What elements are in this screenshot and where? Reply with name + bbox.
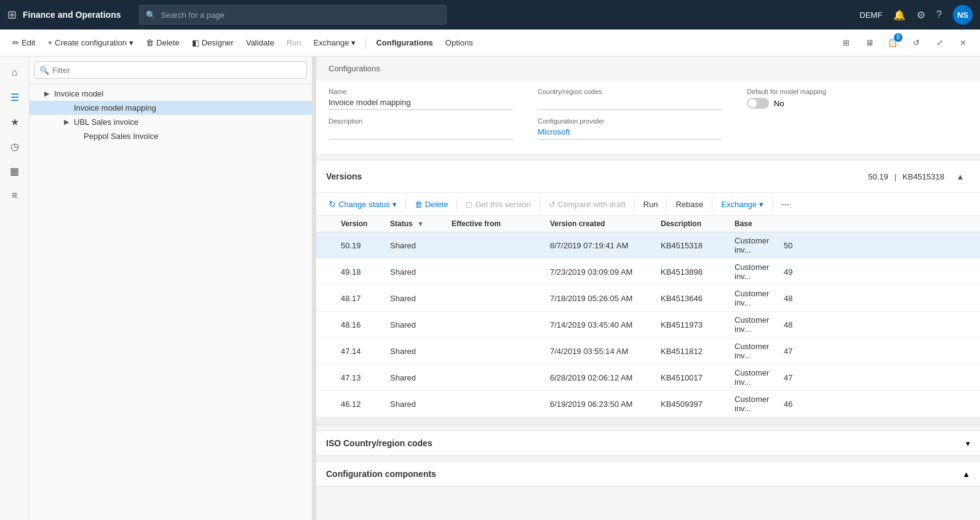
search-icon: 🔍 — [146, 10, 156, 20]
config-header: Configurations — [316, 57, 980, 73]
table-row[interactable]: 48.17 Shared 7/18/2019 05:26:05 AM KB451… — [316, 285, 980, 312]
validate-button[interactable]: Validate — [241, 33, 279, 53]
delete-icon: 🗑 — [146, 38, 154, 47]
tree-filter-input[interactable] — [34, 61, 307, 79]
tree-label-ubl: UBL Sales invoice — [74, 117, 307, 127]
global-search[interactable]: 🔍 Search for a page — [139, 5, 447, 25]
layout-icon[interactable]: ⊞ — [836, 33, 856, 53]
sidebar-list-icon[interactable]: ≡ — [4, 184, 26, 207]
notification-badge-icon[interactable]: 📋 8 — [883, 33, 902, 53]
sidebar-filter-icon[interactable]: ☰ — [4, 86, 26, 108]
vtool-sep6 — [712, 199, 712, 210]
close-button[interactable]: ✕ — [953, 33, 973, 53]
versions-exchange-button[interactable]: Exchange ▾ — [716, 197, 768, 211]
cell-description: KB4509397 — [655, 391, 728, 417]
cell-base[interactable]: Customer inv... — [728, 259, 778, 285]
cell-base[interactable]: Customer inv... — [728, 285, 778, 312]
description-field-group: Description — [329, 117, 513, 140]
tree-item-peppol[interactable]: Peppol Sales Invoice — [30, 129, 312, 143]
refresh-icon[interactable]: ↺ — [906, 33, 926, 53]
help-icon[interactable]: ? — [936, 9, 942, 20]
change-status-button[interactable]: ↻ Change status ▾ — [324, 197, 402, 211]
col-header-base[interactable]: Base — [728, 216, 778, 232]
notification-icon[interactable]: 🔔 — [893, 9, 906, 21]
col-header-created[interactable]: Version created — [544, 216, 655, 232]
cell-status: Shared — [384, 259, 445, 285]
versions-collapse-button[interactable]: ▲ — [950, 167, 970, 186]
table-row[interactable]: 46.12 Shared 6/19/2019 06:23:50 AM KB450… — [316, 391, 980, 417]
filter-search-icon: 🔍 — [39, 66, 49, 75]
cell-base[interactable]: Customer inv... — [728, 232, 778, 259]
sidebar-clock-icon[interactable]: ◷ — [4, 135, 26, 157]
get-version-button[interactable]: ◻ Get this version — [461, 197, 535, 211]
name-value: Invoice model mapping — [329, 98, 513, 110]
monitor-icon[interactable]: 🖥 — [859, 33, 879, 53]
table-row[interactable]: 49.18 Shared 7/23/2019 03:09:09 AM KB451… — [316, 259, 980, 285]
sidebar-star-icon[interactable]: ★ — [4, 111, 26, 133]
expand-icon: ▶ — [44, 90, 54, 98]
description-label: Description — [329, 117, 513, 125]
compare-draft-button[interactable]: ↺ Compare with draft — [544, 197, 631, 211]
provider-label: Configuration provider — [538, 117, 722, 125]
cell-base-num: 49 — [778, 259, 980, 285]
cell-version: 47.13 — [335, 364, 384, 391]
configurations-button[interactable]: Configurations — [371, 33, 437, 53]
cell-base[interactable]: Customer inv... — [728, 338, 778, 364]
table-row[interactable]: 47.14 Shared 7/4/2019 03:55:14 AM KB4511… — [316, 338, 980, 364]
designer-button[interactable]: ◧ Designer — [187, 33, 239, 53]
versions-delete-button[interactable]: 🗑 Delete — [410, 197, 453, 211]
country-label: Country/region codes — [538, 88, 722, 95]
iso-header[interactable]: ISO Country/region codes ▾ — [316, 431, 980, 455]
edit-icon: ✏ — [12, 38, 19, 47]
provider-value[interactable]: Microsoft — [538, 127, 722, 140]
table-row[interactable]: 48.16 Shared 7/14/2019 03:45:40 AM KB451… — [316, 312, 980, 338]
versions-version-badge: 50.19 — [868, 172, 888, 181]
cell-version: 49.18 — [335, 259, 384, 285]
run-button[interactable]: Run — [282, 33, 306, 53]
table-row[interactable]: 47.13 Shared 6/28/2019 02:06:12 AM KB451… — [316, 364, 980, 391]
cell-base[interactable]: Customer inv... — [728, 312, 778, 338]
table-row[interactable]: 50.19 Shared 8/7/2019 07:19:41 AM KB4515… — [316, 232, 980, 259]
delete-button[interactable]: 🗑 Delete — [141, 33, 185, 53]
avatar[interactable]: NS — [953, 5, 973, 25]
expand-icon[interactable]: ⤢ — [930, 33, 949, 53]
tree-item-ubl-sales-invoice[interactable]: ▶ UBL Sales invoice — [30, 115, 312, 129]
tree-item-invoice-model[interactable]: ▶ Invoice model — [30, 87, 312, 101]
versions-table-scroll[interactable]: Version Status ▼ Effective from Version … — [316, 216, 980, 417]
description-value — [329, 127, 513, 140]
vtool-sep5 — [666, 199, 667, 210]
cell-version: 50.19 — [335, 232, 384, 259]
cell-created: 8/7/2019 07:19:41 AM — [544, 232, 655, 259]
cell-status: Shared — [384, 338, 445, 364]
tree-label-invoice-model: Invoice model — [54, 89, 307, 98]
grid-icon[interactable]: ⊞ — [7, 8, 17, 22]
cell-base[interactable]: Customer inv... — [728, 364, 778, 391]
vtool-sep3 — [540, 199, 540, 210]
config-components-header[interactable]: Configuration components ▲ — [316, 462, 980, 486]
h-scrollbar[interactable] — [316, 417, 980, 425]
col-header-status[interactable]: Status ▼ — [384, 216, 445, 232]
col-header-version[interactable]: Version — [335, 216, 384, 232]
col-header-desc[interactable]: Description — [655, 216, 728, 232]
create-configuration-button[interactable]: + Create configuration ▾ — [42, 33, 138, 53]
sidebar-calendar-icon[interactable]: ▦ — [4, 160, 26, 182]
country-field-group: Country/region codes — [538, 88, 722, 110]
main-layout: ⌂ ☰ ★ ◷ ▦ ≡ 🔍 ▶ Invoice model Invoice mo… — [0, 57, 980, 520]
rebase-button[interactable]: Rebase — [671, 197, 708, 211]
exchange-button[interactable]: Exchange ▾ — [309, 33, 361, 53]
sidebar-icons: ⌂ ☰ ★ ◷ ▦ ≡ — [0, 57, 30, 520]
sidebar-home-icon[interactable]: ⌂ — [4, 61, 26, 84]
config-components-chevron-icon: ▲ — [962, 470, 970, 479]
tree-item-invoice-model-mapping[interactable]: Invoice model mapping — [30, 101, 312, 115]
col-header-effective[interactable]: Effective from — [445, 216, 544, 232]
cell-base[interactable]: Customer inv... — [728, 391, 778, 417]
tree-panel: 🔍 ▶ Invoice model Invoice model mapping … — [30, 57, 313, 520]
cell-description: KB4513898 — [655, 259, 728, 285]
more-button[interactable]: ⋯ — [776, 197, 794, 211]
settings-icon[interactable]: ⚙ — [917, 9, 925, 21]
vtool-sep7 — [772, 199, 773, 210]
options-button[interactable]: Options — [440, 33, 478, 53]
default-toggle[interactable] — [747, 98, 769, 109]
edit-button[interactable]: ✏ Edit — [7, 33, 40, 53]
versions-run-button[interactable]: Run — [639, 197, 663, 211]
